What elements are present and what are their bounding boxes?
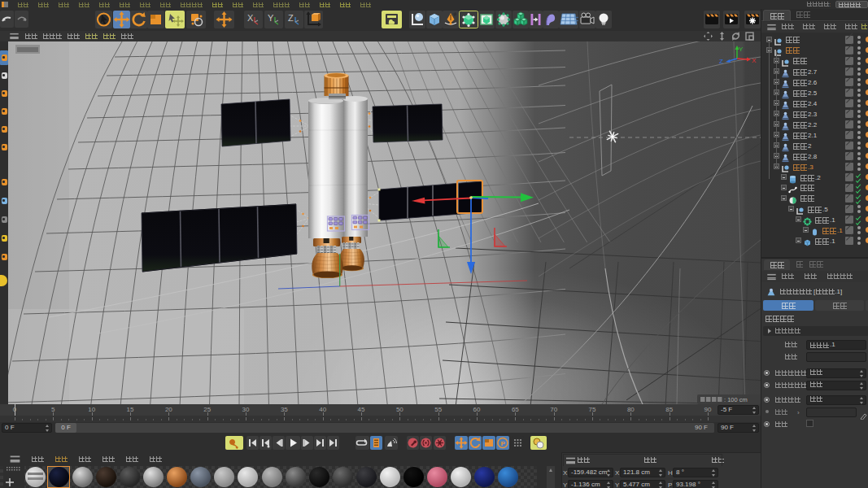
svg-text:X: X xyxy=(247,13,254,23)
svg-text:Z: Z xyxy=(288,13,294,23)
svg-text:X: X xyxy=(752,57,757,64)
svg-text:: 100 cm: : 100 cm xyxy=(724,396,748,403)
svg-text:Z: Z xyxy=(719,58,723,65)
svg-text:Y: Y xyxy=(739,46,744,53)
svg-text:Y: Y xyxy=(268,13,274,23)
svg-text:P: P xyxy=(501,440,506,447)
